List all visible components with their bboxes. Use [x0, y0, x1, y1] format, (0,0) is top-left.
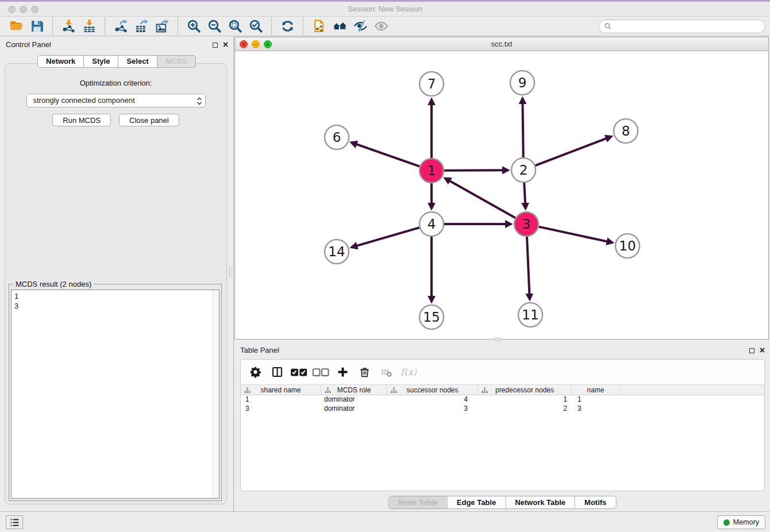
- table-row[interactable]: 1dominator411: [241, 395, 764, 404]
- main-toolbar: [0, 17, 770, 36]
- cell-name[interactable]: 1: [572, 395, 620, 404]
- graph-node-11[interactable]: 11: [518, 303, 542, 327]
- delete-table-button[interactable]: [376, 363, 396, 382]
- network-maximize-button[interactable]: +: [264, 40, 272, 48]
- cell-predecessor-nodes[interactable]: 1: [478, 395, 572, 404]
- tab-network[interactable]: Network: [37, 55, 84, 68]
- node-table-container: f(x) shared nameMCDS rolesuccessor nodes…: [240, 359, 765, 491]
- tab-node-table[interactable]: Node Table: [389, 496, 447, 508]
- close-panel-icon[interactable]: ×: [223, 40, 228, 49]
- network-minimize-button[interactable]: −: [252, 40, 260, 48]
- cell-shared-name[interactable]: 1: [241, 395, 321, 404]
- graph-node-8[interactable]: 8: [614, 119, 638, 143]
- graph-node-6[interactable]: 6: [325, 125, 349, 149]
- tab-motifs[interactable]: Motifs: [575, 496, 615, 508]
- graph-node-15[interactable]: 15: [419, 305, 444, 329]
- cell-name[interactable]: 3: [572, 404, 620, 414]
- delete-columns-button[interactable]: [355, 363, 374, 382]
- cell-successor-nodes[interactable]: 4: [387, 395, 478, 404]
- zoom-out-button[interactable]: [204, 18, 225, 35]
- float-table-panel-icon[interactable]: [749, 348, 754, 353]
- edge-1-2[interactable]: [444, 170, 503, 171]
- table-row[interactable]: 3dominator323: [241, 404, 764, 414]
- horizontal-splitter-handle[interactable]: [494, 338, 502, 341]
- optimization-criterion-select[interactable]: strongly connected component: [26, 94, 206, 107]
- cell-MCDS-role[interactable]: dominator: [321, 395, 387, 404]
- result-scrollbar[interactable]: [212, 290, 219, 498]
- edge-4-14[interactable]: [357, 228, 419, 246]
- cell-shared-name[interactable]: 3: [241, 404, 321, 414]
- show-all-button[interactable]: [371, 18, 391, 35]
- edge-2-9[interactable]: [522, 103, 523, 157]
- network-window-titlebar[interactable]: × − + scc.txt: [235, 37, 768, 51]
- graph-node-9[interactable]: 9: [510, 71, 534, 95]
- graph-node-2[interactable]: 2: [511, 158, 536, 182]
- mcds-result-text[interactable]: 1 3: [11, 290, 220, 499]
- table-panel-title: Table Panel: [240, 346, 279, 354]
- edge-2-8[interactable]: [536, 138, 607, 165]
- graph-node-3[interactable]: 3: [514, 212, 538, 236]
- zoom-in-button[interactable]: [183, 18, 204, 35]
- select-all-columns-button[interactable]: [289, 363, 309, 382]
- close-table-panel-icon[interactable]: ×: [760, 346, 765, 355]
- function-builder-button[interactable]: f(x): [398, 363, 418, 382]
- minimize-window-button[interactable]: [20, 6, 27, 13]
- tab-edge-table[interactable]: Edge Table: [447, 496, 505, 508]
- table-body: 1dominator4113dominator323: [241, 395, 764, 414]
- table-header-row: shared nameMCDS rolesuccessor nodesprede…: [241, 384, 764, 395]
- cell-predecessor-nodes[interactable]: 2: [478, 404, 572, 414]
- zoom-window-button[interactable]: [31, 6, 38, 13]
- svg-text:3: 3: [522, 217, 531, 232]
- export-table-button[interactable]: [131, 18, 152, 35]
- export-network-button[interactable]: [110, 18, 131, 35]
- cell-MCDS-role[interactable]: dominator: [321, 404, 387, 414]
- tab-style[interactable]: Style: [84, 55, 118, 68]
- show-columns-button[interactable]: [267, 363, 287, 382]
- control-panel: Control Panel × NetworkStyleSelectMCDS O…: [0, 36, 234, 511]
- export-image-button[interactable]: [152, 18, 172, 35]
- edge-3-11[interactable]: [527, 237, 529, 294]
- edge-1-6[interactable]: [356, 144, 419, 167]
- edge-3-10[interactable]: [539, 227, 607, 242]
- column-header-name[interactable]: name: [572, 385, 620, 395]
- task-history-button[interactable]: [6, 515, 23, 529]
- refresh-button[interactable]: [277, 18, 298, 35]
- network-close-button[interactable]: ×: [240, 40, 248, 48]
- open-file-button[interactable]: [6, 18, 26, 35]
- graph-node-4[interactable]: 4: [419, 212, 444, 236]
- table-settings-button[interactable]: [245, 363, 265, 382]
- memory-button[interactable]: Memory: [717, 515, 765, 529]
- float-panel-icon[interactable]: [213, 43, 218, 48]
- hide-selected-button[interactable]: [350, 18, 371, 35]
- search-input[interactable]: [599, 20, 765, 33]
- close-panel-button[interactable]: Close panel: [119, 114, 179, 126]
- zoom-fit-button[interactable]: [225, 18, 245, 35]
- save-session-button[interactable]: [26, 18, 47, 35]
- list-icon: [9, 517, 20, 528]
- graph-node-14[interactable]: 14: [325, 240, 349, 264]
- vertical-splitter-handle[interactable]: [229, 268, 234, 276]
- tab-network-table[interactable]: Network Table: [505, 496, 575, 508]
- run-mcds-button[interactable]: Run MCDS: [52, 114, 111, 126]
- import-network-button[interactable]: [58, 18, 79, 35]
- graph-node-1[interactable]: 1: [419, 159, 444, 183]
- tab-mcds[interactable]: MCDS: [157, 55, 196, 68]
- new-network-from-selection-button[interactable]: [309, 18, 329, 35]
- network-overview-button[interactable]: [329, 18, 350, 35]
- column-header-successor-nodes[interactable]: successor nodes: [387, 385, 478, 395]
- column-header-shared-name[interactable]: shared name: [241, 385, 321, 395]
- close-window-button[interactable]: [8, 6, 16, 13]
- edge-3-1[interactable]: [449, 181, 515, 218]
- network-graph-canvas[interactable]: 7968124314101511: [235, 51, 768, 339]
- column-header-predecessor-nodes[interactable]: predecessor nodes: [478, 385, 572, 395]
- tab-select[interactable]: Select: [118, 55, 157, 68]
- import-table-button[interactable]: [79, 18, 99, 35]
- edge-2-3[interactable]: [524, 183, 525, 203]
- unselect-all-columns-button[interactable]: [311, 363, 330, 382]
- graph-node-7[interactable]: 7: [419, 72, 444, 96]
- cell-successor-nodes[interactable]: 3: [387, 404, 478, 414]
- column-header-MCDS-role[interactable]: MCDS role: [321, 385, 387, 395]
- create-column-button[interactable]: [333, 363, 352, 382]
- zoom-selected-button[interactable]: [245, 18, 266, 35]
- graph-node-10[interactable]: 10: [615, 234, 640, 258]
